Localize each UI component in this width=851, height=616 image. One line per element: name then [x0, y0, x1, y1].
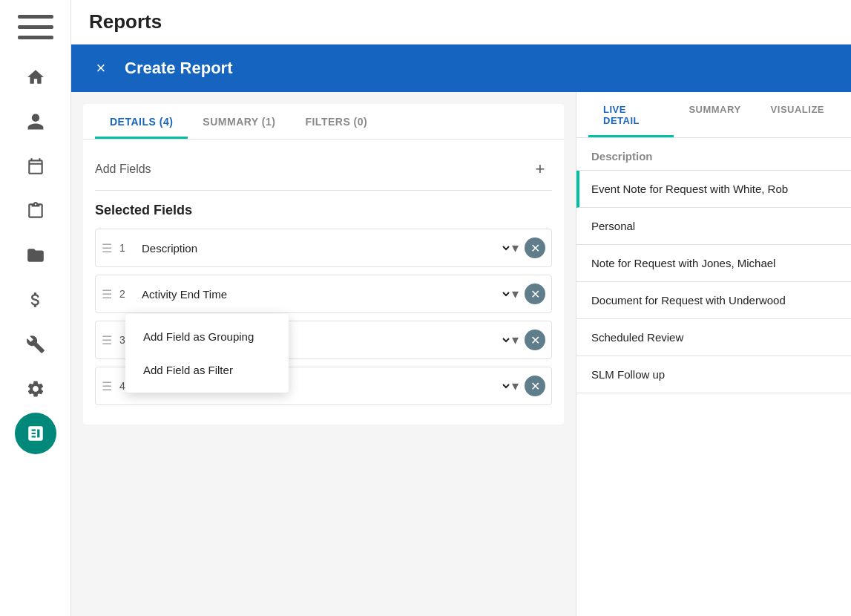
main-area: Reports × Create Report DETAILS (4) SUMM… [71, 0, 851, 616]
tab-details[interactable]: DETAILS (4) [95, 104, 188, 139]
tab-filters[interactable]: FILTERS (0) [290, 104, 382, 139]
context-menu: Add Field as Grouping Add Field as Filte… [125, 314, 289, 393]
drag-handle-2[interactable]: ☰ [102, 287, 112, 301]
field-dropdown-arrow-4[interactable]: ▾ [512, 378, 519, 394]
field-remove-btn-2[interactable]: ✕ [525, 284, 545, 304]
field-remove-btn-3[interactable]: ✕ [525, 330, 545, 350]
field-dropdown-arrow-3[interactable]: ▾ [512, 332, 519, 348]
close-button[interactable]: × [89, 56, 113, 80]
right-tab-live-detail[interactable]: LIVE DETAIL [588, 92, 674, 137]
svg-rect-0 [18, 15, 53, 19]
right-description-header: Description [576, 138, 851, 171]
content-area: DETAILS (4) SUMMARY (1) FILTERS (0) Add … [71, 92, 851, 616]
field-num-2: 2 [119, 288, 131, 300]
right-tab-summary[interactable]: SUMMARY [674, 92, 755, 137]
sidebar-item-person[interactable] [15, 101, 56, 142]
field-dropdown-arrow-1[interactable]: ▾ [512, 240, 519, 256]
field-dropdown-arrow-2[interactable]: ▾ [512, 286, 519, 302]
right-list-item-3[interactable]: Document for Request with Underwood [576, 282, 851, 319]
sidebar-item-clipboard[interactable] [15, 190, 56, 232]
svg-rect-2 [18, 36, 53, 39]
sidebar-nav [0, 56, 70, 454]
sidebar-item-wrench[interactable] [15, 324, 56, 365]
drag-handle-3[interactable]: ☰ [102, 333, 112, 347]
field-row-1: ☰ 1 Description ▾ ✕ [95, 229, 552, 267]
sidebar [0, 0, 71, 616]
add-fields-label: Add Fields [95, 163, 151, 176]
right-list-item-1[interactable]: Personal [576, 208, 851, 245]
context-menu-filter[interactable]: Add Field as Filter [125, 353, 289, 387]
left-tabs: DETAILS (4) SUMMARY (1) FILTERS (0) [83, 104, 564, 140]
sidebar-item-gear[interactable] [15, 368, 56, 410]
create-report-bar: × Create Report [71, 45, 851, 92]
right-list-item-0[interactable]: Event Note for Request with White, Rob [576, 171, 851, 208]
create-report-title: Create Report [125, 59, 232, 78]
add-fields-row: Add Fields + [95, 151, 552, 191]
sidebar-item-home[interactable] [15, 56, 56, 98]
right-list-item-4[interactable]: Scheduled Review [576, 319, 851, 356]
right-panel: LIVE DETAIL SUMMARY VISUALIZE Descriptio… [576, 92, 851, 616]
selected-fields-title: Selected Fields [95, 203, 552, 218]
drag-handle-1[interactable]: ☰ [102, 241, 112, 255]
tab-summary[interactable]: SUMMARY (1) [188, 104, 290, 139]
context-menu-grouping[interactable]: Add Field as Grouping [125, 320, 289, 353]
field-remove-btn-4[interactable]: ✕ [525, 376, 545, 396]
fields-card: Add Fields + Selected Fields ☰ 1 Descrip… [83, 140, 564, 425]
sidebar-item-dollar[interactable] [15, 279, 56, 321]
hamburger-menu-icon[interactable] [18, 9, 53, 45]
sidebar-item-folder[interactable] [15, 235, 56, 276]
right-tab-visualize[interactable]: VISUALIZE [756, 92, 839, 137]
drag-handle-4[interactable]: ☰ [102, 379, 112, 393]
left-panel: DETAILS (4) SUMMARY (1) FILTERS (0) Add … [71, 92, 576, 616]
field-remove-btn-1[interactable]: ✕ [525, 237, 545, 258]
right-list-item-2[interactable]: Note for Request with Jones, Michael [576, 245, 851, 282]
field-row-2: ☰ 2 Activity End Time ▾ ✕ Add Field as G… [95, 275, 552, 313]
add-fields-button[interactable]: + [528, 157, 552, 181]
header: Reports [71, 0, 851, 45]
right-list-item-5[interactable]: SLM Follow up [576, 356, 851, 393]
field-num-1: 1 [119, 242, 131, 254]
page-title: Reports [89, 10, 162, 33]
svg-rect-1 [18, 25, 53, 29]
sidebar-item-chart[interactable] [15, 413, 56, 454]
sidebar-item-calendar[interactable] [15, 145, 56, 187]
field-select-1[interactable]: Description [139, 241, 512, 255]
field-select-2[interactable]: Activity End Time [139, 287, 512, 301]
right-tabs: LIVE DETAIL SUMMARY VISUALIZE [576, 92, 851, 138]
